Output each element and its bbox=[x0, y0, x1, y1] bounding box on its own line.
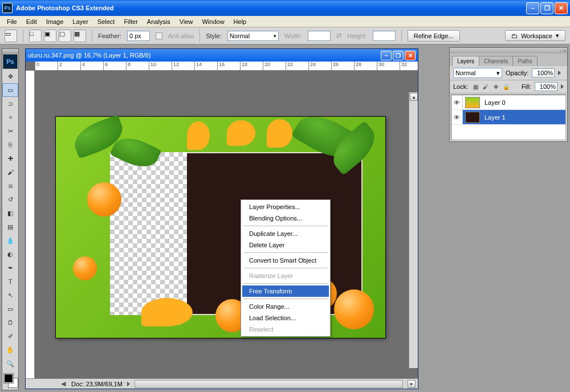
window-close-button[interactable]: ✕ bbox=[555, 2, 568, 14]
menu-view[interactable]: View bbox=[175, 17, 198, 26]
history-brush-tool[interactable]: ↺ bbox=[2, 193, 18, 206]
ruler-tick: 4 bbox=[80, 62, 85, 71]
heal-tool[interactable]: ✚ bbox=[2, 152, 18, 165]
zoom-indicator-icon[interactable]: ◀ bbox=[61, 380, 67, 387]
add-selection-icon[interactable]: ▣ bbox=[44, 30, 56, 42]
ruler-tick: 6 bbox=[103, 62, 108, 71]
zoom-tool[interactable]: 🔍 bbox=[2, 357, 18, 370]
lock-position-icon[interactable]: ✥ bbox=[492, 83, 500, 91]
refine-edge-button[interactable]: Refine Edge... bbox=[408, 30, 460, 42]
path-tool[interactable]: ↖ bbox=[2, 288, 18, 302]
menu-analysis[interactable]: Analysis bbox=[142, 17, 175, 26]
pen-tool[interactable]: ✒ bbox=[2, 261, 18, 275]
document-titlebar[interactable]: uturu.ru.347.png @ 16,7% (Layer 1, RGB/8… bbox=[26, 49, 418, 62]
window-maximize-button[interactable]: ❐ bbox=[540, 2, 553, 14]
splash-decor bbox=[227, 120, 255, 146]
context-menu-item[interactable]: Load Selection... bbox=[242, 312, 329, 324]
menu-window[interactable]: Window bbox=[197, 17, 229, 26]
panel-minimize-icon[interactable]: – bbox=[560, 48, 562, 54]
chevron-down-icon: ▾ bbox=[496, 70, 500, 77]
status-menu-icon[interactable] bbox=[127, 382, 130, 386]
lock-pixels-icon[interactable]: 🖌 bbox=[482, 83, 490, 91]
intersect-selection-icon[interactable]: ▦ bbox=[74, 30, 86, 42]
vertical-scrollbar[interactable]: ▴ bbox=[409, 92, 418, 368]
sub-selection-icon[interactable]: ▢ bbox=[59, 30, 71, 42]
visibility-toggle-icon[interactable]: 👁 bbox=[451, 95, 463, 109]
menu-select[interactable]: Select bbox=[93, 17, 120, 26]
brush-tool[interactable]: 🖌 bbox=[2, 165, 18, 179]
tab-channels[interactable]: Channels bbox=[479, 56, 513, 66]
context-menu-item[interactable]: Duplicate Layer... bbox=[242, 228, 329, 239]
menu-file[interactable]: File bbox=[2, 17, 22, 26]
doc-maximize-button[interactable]: ❐ bbox=[393, 51, 404, 60]
doc-minimize-button[interactable]: – bbox=[381, 51, 392, 60]
notes-tool[interactable]: 🗒 bbox=[2, 316, 18, 329]
shape-tool[interactable]: ▭ bbox=[2, 302, 18, 316]
panel-close-icon[interactable]: × bbox=[563, 48, 566, 54]
eraser-tool[interactable]: ◧ bbox=[2, 206, 18, 220]
marquee-tool-icon[interactable]: ▭ bbox=[5, 30, 17, 42]
layer-name[interactable]: Layer 0 bbox=[482, 99, 565, 106]
scroll-right-button[interactable]: ▸ bbox=[408, 380, 416, 388]
eyedrop-tool[interactable]: ✐ bbox=[2, 329, 18, 343]
context-menu-item[interactable]: Free Transform bbox=[242, 285, 329, 297]
visibility-toggle-icon[interactable]: 👁 bbox=[451, 110, 463, 124]
tab-layers[interactable]: Layers bbox=[452, 56, 479, 66]
lock-all-icon[interactable]: 🔒 bbox=[502, 83, 510, 91]
document-status-bar: ◀ Doc: 23,9M/69,1M ▸ bbox=[26, 378, 418, 389]
vertical-ruler[interactable] bbox=[26, 71, 35, 378]
width-label: Width: bbox=[284, 32, 302, 39]
crop-tool[interactable]: ✂ bbox=[2, 124, 18, 138]
new-selection-icon[interactable]: □ bbox=[29, 30, 42, 42]
palette-grip[interactable] bbox=[2, 49, 18, 54]
menu-help[interactable]: Help bbox=[229, 17, 251, 26]
panel-header[interactable]: –× bbox=[450, 48, 567, 54]
lasso-tool[interactable]: ⊃ bbox=[2, 97, 18, 111]
doc-close-button[interactable]: ✕ bbox=[405, 51, 416, 60]
context-menu-item[interactable]: Convert to Smart Object bbox=[242, 255, 329, 266]
tools-palette[interactable]: Ps ✥ ▭ ⊃ ✧ ✂ ⎘ ✚ 🖌 ⧇ ↺ ◧ ▤ 💧 ◐ ✒ T ↖ ▭ 🗒… bbox=[2, 48, 19, 390]
move-tool[interactable]: ✥ bbox=[2, 70, 18, 83]
slice-tool[interactable]: ⎘ bbox=[2, 138, 18, 152]
context-menu-item[interactable]: Blending Options... bbox=[242, 213, 329, 224]
menu-filter[interactable]: Filter bbox=[119, 17, 142, 26]
splash-decor bbox=[187, 121, 210, 150]
fill-input[interactable] bbox=[535, 82, 557, 91]
layer-thumbnail[interactable] bbox=[465, 112, 480, 123]
horizontal-scrollbar[interactable] bbox=[135, 380, 403, 388]
canvas[interactable] bbox=[55, 116, 386, 338]
stamp-tool[interactable]: ⧇ bbox=[2, 179, 18, 193]
window-minimize-button[interactable]: – bbox=[526, 2, 539, 14]
wand-tool[interactable]: ✧ bbox=[2, 111, 18, 124]
horizontal-ruler[interactable]: 02468101214161820222426283032 bbox=[35, 62, 418, 71]
gradient-tool[interactable]: ▤ bbox=[2, 220, 18, 234]
context-menu-item[interactable]: Color Range... bbox=[242, 301, 329, 312]
opacity-slider-icon[interactable] bbox=[558, 71, 561, 75]
layer-row[interactable]: 👁 Layer 1 bbox=[451, 110, 565, 125]
style-select[interactable]: Normal ▾ bbox=[227, 31, 279, 41]
hand-tool[interactable]: ✋ bbox=[2, 343, 18, 357]
color-swatches[interactable] bbox=[2, 373, 18, 390]
canvas-area[interactable]: ▴ bbox=[35, 71, 418, 378]
menu-edit[interactable]: Edit bbox=[22, 17, 42, 26]
blur-tool[interactable]: 💧 bbox=[2, 234, 18, 247]
type-tool[interactable]: T bbox=[2, 275, 18, 288]
context-menu-item[interactable]: Delete Layer bbox=[242, 239, 329, 251]
tab-paths[interactable]: Paths bbox=[512, 56, 538, 66]
dodge-tool[interactable]: ◐ bbox=[2, 247, 18, 261]
foreground-swatch[interactable] bbox=[4, 374, 13, 383]
context-menu-item[interactable]: Layer Properties... bbox=[242, 201, 329, 213]
lock-transparent-icon[interactable]: ▦ bbox=[471, 83, 479, 91]
marquee-tool[interactable]: ▭ bbox=[2, 83, 18, 97]
menu-image[interactable]: Image bbox=[42, 17, 68, 26]
blend-mode-select[interactable]: Normal ▾ bbox=[453, 68, 502, 78]
scroll-up-button[interactable]: ▴ bbox=[410, 93, 418, 101]
menu-layer[interactable]: Layer bbox=[68, 17, 93, 26]
layer-name[interactable]: Layer 1 bbox=[482, 114, 565, 121]
opacity-input[interactable] bbox=[532, 68, 555, 77]
fill-slider-icon[interactable] bbox=[561, 84, 564, 89]
layer-thumbnail[interactable] bbox=[465, 97, 480, 108]
workspace-button[interactable]: 🗀 Workspace ▾ bbox=[505, 30, 565, 41]
layer-row[interactable]: 👁 Layer 0 bbox=[451, 95, 565, 110]
feather-input[interactable] bbox=[127, 31, 150, 41]
